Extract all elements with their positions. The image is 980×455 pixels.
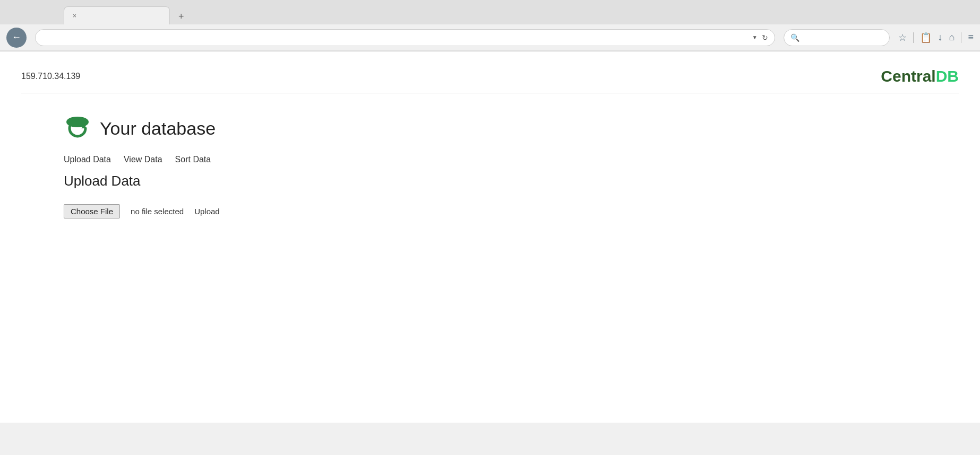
main-content: Your database Upload Data View Data Sort…	[21, 115, 959, 218]
nav-icons: ☆ 📋 ↓ ⌂ ≡	[898, 32, 974, 43]
choose-file-button[interactable]: Choose File	[64, 204, 120, 218]
tab-close-icon[interactable]: ×	[73, 12, 76, 20]
refresh-icon[interactable]: ↻	[762, 33, 768, 42]
download-icon[interactable]: ↓	[938, 32, 943, 43]
new-tab-button[interactable]: +	[174, 9, 188, 24]
brand-db: DB	[936, 67, 959, 85]
server-address: 159.710.34.139	[21, 72, 80, 81]
page-title-area: Your database	[64, 115, 916, 142]
tab-bar: × +	[0, 0, 980, 24]
nav-bar: ← ▼ ↻ 🔍 ☆ 📋 ↓ ⌂ ≡	[0, 24, 980, 51]
nav-link-sort[interactable]: Sort Data	[175, 155, 211, 164]
menu-icon[interactable]: ≡	[968, 32, 974, 43]
nav-link-upload[interactable]: Upload Data	[64, 155, 111, 164]
section-title: Upload Data	[64, 173, 916, 189]
search-icon: 🔍	[790, 33, 800, 42]
nav-links: Upload Data View Data Sort Data	[64, 155, 916, 164]
dropdown-icon[interactable]: ▼	[752, 34, 758, 40]
brand-central: Central	[881, 67, 935, 85]
page-header-bar: 159.710.34.139 CentralDB	[21, 62, 959, 93]
reader-icon[interactable]: 📋	[920, 32, 932, 43]
brand-logo: CentralDB	[881, 67, 959, 85]
back-button[interactable]: ←	[6, 28, 27, 48]
page-main-title: Your database	[100, 118, 216, 139]
nav-link-view[interactable]: View Data	[124, 155, 162, 164]
nav-divider-2	[961, 32, 961, 43]
nav-divider-1	[913, 32, 914, 43]
bookmark-icon[interactable]: ☆	[898, 32, 907, 43]
browser-chrome: × + ← ▼ ↻ 🔍 ☆ 📋 ↓ ⌂ ≡	[0, 0, 980, 51]
active-tab[interactable]: ×	[64, 6, 170, 24]
back-icon: ←	[12, 32, 21, 43]
database-icon	[64, 115, 91, 142]
upload-form: Choose File no file selected Upload	[64, 204, 916, 218]
home-icon[interactable]: ⌂	[949, 32, 955, 43]
address-bar[interactable]: ▼ ↻	[35, 29, 775, 46]
search-area[interactable]: 🔍	[784, 29, 890, 46]
no-file-label: no file selected	[131, 207, 184, 216]
upload-button[interactable]: Upload	[194, 207, 220, 216]
page-content: 159.710.34.139 CentralDB Your database U…	[0, 51, 980, 423]
